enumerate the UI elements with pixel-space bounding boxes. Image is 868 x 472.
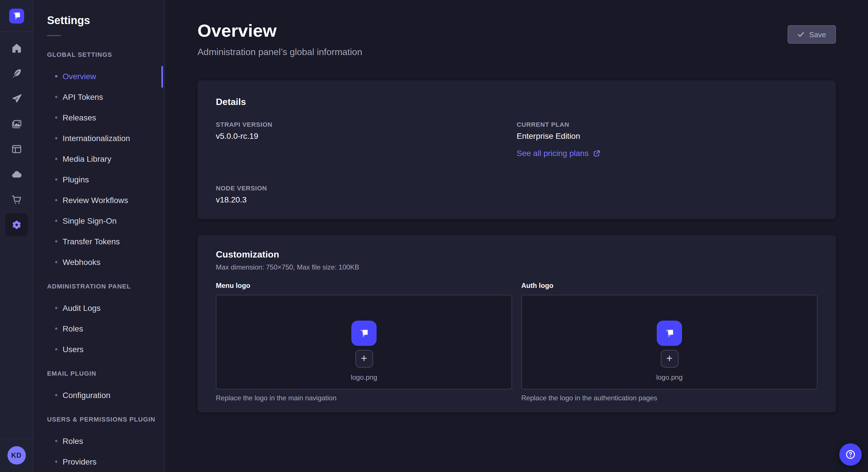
subnav-item-media-library[interactable]: Media Library	[47, 148, 164, 169]
auth-logo-label: Auth logo	[521, 281, 817, 290]
subnav-item-label: Releases	[63, 113, 96, 122]
strapi-logo[interactable]	[9, 9, 24, 24]
strapi-version-field: STRAPI VERSION v5.0.0-rc.19	[216, 121, 517, 158]
bullet-icon	[55, 116, 57, 119]
user-avatar[interactable]: KD	[7, 446, 26, 465]
nav-settings[interactable]	[5, 213, 28, 236]
feather-icon	[11, 68, 22, 79]
rail-bottom-divider	[0, 439, 33, 439]
subnav-scrollbar-thumb[interactable]	[161, 66, 163, 88]
subnav-item-admin-users[interactable]: Users	[47, 339, 164, 360]
page-title: Overview	[197, 21, 362, 41]
page-header: Overview Administration panel’s global i…	[197, 21, 836, 57]
bullet-icon	[55, 96, 57, 98]
auth-logo-add-button[interactable]: +	[660, 350, 678, 368]
nav-home[interactable]	[5, 37, 28, 60]
node-version-label: NODE VERSION	[216, 185, 517, 192]
details-title: Details	[216, 96, 817, 107]
customization-title: Customization	[216, 249, 817, 260]
section-users-permissions-plugin: USERS & PERMISSIONS PLUGIN	[47, 413, 164, 425]
bullet-icon	[55, 440, 57, 442]
bullet-icon	[55, 75, 57, 77]
nav-releases[interactable]	[5, 87, 28, 110]
menu-logo-label: Menu logo	[216, 281, 512, 290]
nav-media-library[interactable]	[5, 112, 28, 135]
nav-cloud[interactable]	[5, 163, 28, 186]
auth-logo-hint: Replace the logo in the authentication p…	[521, 394, 817, 402]
menu-logo-hint: Replace the logo in the main navigation	[216, 394, 512, 402]
cloud-icon	[11, 169, 22, 180]
cart-icon	[11, 194, 22, 205]
subnav-item-webhooks[interactable]: Webhooks	[47, 252, 164, 272]
bullet-icon	[55, 240, 57, 243]
help-button[interactable]	[839, 443, 862, 466]
subnav-item-label: Internationalization	[63, 134, 130, 143]
subnav-item-admin-roles[interactable]: Roles	[47, 318, 164, 339]
menu-logo-add-button[interactable]: +	[355, 350, 373, 368]
subnav-item-label: Configuration	[63, 391, 111, 400]
main-nav-rail: KD	[0, 0, 33, 472]
current-plan-value: Enterprise Edition	[517, 131, 817, 140]
subnav-item-label: Users	[63, 345, 84, 354]
external-link-icon	[593, 149, 601, 157]
bullet-icon	[55, 348, 57, 350]
strapi-admin-app: KD Settings GLOBAL SETTINGS Overview API…	[0, 0, 868, 472]
customization-subtitle: Max dimension: 750×750, Max file size: 1…	[216, 263, 817, 271]
subnav-item-label: Review Workflows	[63, 196, 128, 205]
auth-logo-field: Auth logo + logo.png Replace the logo in…	[521, 281, 817, 402]
bullet-icon	[55, 461, 57, 463]
layout-icon	[11, 143, 22, 155]
nav-marketplace[interactable]	[5, 188, 28, 211]
menu-logo-filename: logo.png	[351, 373, 377, 381]
menu-logo-preview	[351, 321, 377, 346]
gear-icon	[11, 219, 22, 231]
bullet-icon	[55, 158, 57, 160]
subnav-item-releases[interactable]: Releases	[47, 107, 164, 128]
save-button-label: Save	[809, 30, 826, 39]
menu-logo-upload-box[interactable]: + logo.png	[216, 295, 512, 390]
subnav-item-label: Webhooks	[63, 258, 100, 267]
pictures-icon	[11, 118, 22, 130]
nav-content-type-builder[interactable]	[5, 138, 28, 161]
subnav-item-email-configuration[interactable]: Configuration	[47, 385, 164, 405]
settings-subnav: Settings GLOBAL SETTINGS Overview API To…	[33, 0, 165, 472]
strapi-version-value: v5.0.0-rc.19	[216, 131, 517, 140]
bullet-icon	[55, 307, 57, 309]
subnav-item-up-providers[interactable]: Providers	[47, 451, 164, 472]
subnav-item-label: Overview	[63, 72, 96, 81]
subnav-item-label: Roles	[63, 436, 83, 446]
subnav-item-label: Plugins	[63, 175, 89, 184]
section-email-plugin: EMAIL PLUGIN	[47, 368, 164, 379]
bullet-icon	[55, 394, 57, 396]
main-content: Overview Administration panel’s global i…	[165, 0, 868, 472]
subnav-item-label: API Tokens	[63, 92, 103, 102]
subnav-item-internationalization[interactable]: Internationalization	[47, 128, 164, 148]
subnav-item-audit-logs[interactable]: Audit Logs	[47, 298, 164, 318]
strapi-logo-icon	[9, 9, 24, 24]
subnav-item-label: Providers	[63, 457, 96, 466]
subnav-item-single-sign-on[interactable]: Single Sign-On	[47, 210, 164, 231]
current-plan-field: CURRENT PLAN Enterprise Edition See all …	[517, 121, 817, 158]
strapi-logo-icon	[662, 326, 677, 341]
details-card: Details STRAPI VERSION v5.0.0-rc.19 CURR…	[197, 80, 836, 219]
strapi-logo-icon	[356, 326, 372, 341]
nav-content-manager[interactable]	[5, 62, 28, 85]
auth-logo-upload-box[interactable]: + logo.png	[521, 295, 817, 390]
bullet-icon	[55, 261, 57, 263]
save-button[interactable]: Save	[788, 25, 836, 43]
subnav-item-label: Audit Logs	[63, 303, 100, 312]
subnav-item-overview[interactable]: Overview	[47, 66, 164, 87]
subnav-item-plugins[interactable]: Plugins	[47, 169, 164, 190]
question-mark-icon	[844, 448, 857, 461]
subnav-title-divider	[47, 35, 61, 36]
customization-card: Customization Max dimension: 750×750, Ma…	[197, 235, 836, 412]
subnav-item-transfer-tokens[interactable]: Transfer Tokens	[47, 231, 164, 252]
subnav-item-api-tokens[interactable]: API Tokens	[47, 87, 164, 107]
home-icon	[11, 42, 22, 54]
auth-logo-preview	[657, 321, 682, 346]
section-administration-panel: ADMINISTRATION PANEL	[47, 280, 164, 292]
subnav-item-review-workflows[interactable]: Review Workflows	[47, 190, 164, 210]
rail-divider	[0, 32, 33, 32]
pricing-plans-link[interactable]: See all pricing plans	[517, 148, 601, 158]
subnav-item-up-roles[interactable]: Roles	[47, 431, 164, 451]
